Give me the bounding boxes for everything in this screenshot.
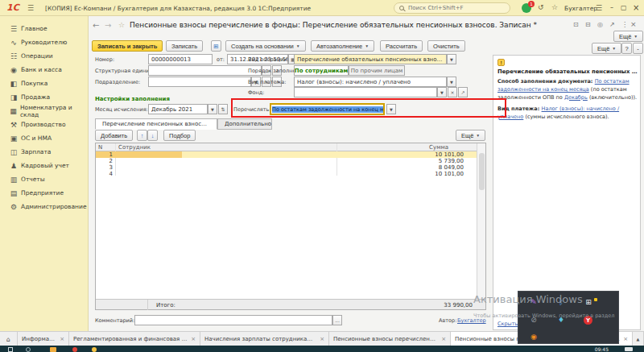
y-browser-icon[interactable]: Y bbox=[584, 316, 592, 325]
update-notification-icon[interactable]: 1 bbox=[522, 3, 531, 13]
browser-icon[interactable] bbox=[72, 347, 77, 352]
pick-button[interactable]: Подбор bbox=[163, 130, 196, 141]
app-icon[interactable] bbox=[92, 347, 97, 352]
sidebar-item-main[interactable]: ☰Главное bbox=[0, 22, 89, 35]
bottom-tab-salary-accruals[interactable]: Начисления зарплаты сотрудникам организа… bbox=[200, 332, 329, 346]
sidebar-item-administration[interactable]: ⚙Администрирование bbox=[0, 200, 89, 213]
payment-dropdown-icon[interactable]: ▼ bbox=[447, 77, 456, 87]
operation-dropdown-icon[interactable]: ▼ bbox=[447, 54, 456, 64]
table-row[interactable]: 3 8 049,00 bbox=[96, 164, 477, 171]
number-field[interactable]: 00000000013 bbox=[148, 54, 213, 64]
more-dots-icon[interactable]: ⋮ bbox=[621, 21, 628, 28]
close-tab-icon[interactable]: × bbox=[623, 336, 628, 342]
home-tab[interactable]: ⌂ bbox=[0, 332, 18, 346]
sidebar-item-reports[interactable]: ▥Отчеты bbox=[0, 172, 89, 186]
table-row[interactable]: 4 10 101,00 bbox=[96, 171, 477, 177]
start-button-icon[interactable] bbox=[8, 347, 13, 352]
fill-order-by-employees-toggle[interactable]: По сотрудникам bbox=[294, 65, 349, 76]
move-down-button[interactable]: ↓ bbox=[147, 130, 158, 141]
current-user[interactable]: Бухгалтер bbox=[564, 5, 597, 12]
clear-button[interactable]: Очистить bbox=[427, 40, 465, 52]
sidebar-item-fixed-assets[interactable]: ▣ОС и НМА bbox=[0, 131, 89, 145]
department-field[interactable] bbox=[148, 77, 251, 87]
bottom-tab-regulated-reports[interactable]: Регламентированная и финансовая отчетнос… bbox=[69, 332, 200, 346]
fund-clear-icon[interactable]: × bbox=[448, 87, 457, 97]
print-icon[interactable]: ⊟ bbox=[585, 21, 591, 28]
main-menu-icon[interactable]: ☰ bbox=[27, 4, 34, 12]
pin-icon[interactable]: ♦ bbox=[552, 313, 570, 327]
close-window-button[interactable]: × bbox=[633, 3, 639, 12]
fund-dropdown-icon[interactable]: ▼ bbox=[437, 87, 447, 97]
global-search[interactable] bbox=[394, 2, 510, 14]
sidebar-item-sales[interactable]: ◨Продажа bbox=[0, 90, 89, 104]
preview-icon[interactable]: ◎ bbox=[597, 21, 603, 28]
author-link[interactable]: Бухгалтер bbox=[457, 317, 486, 324]
touch-keyboard-icon[interactable] bbox=[625, 347, 633, 351]
structural-unit-field[interactable] bbox=[148, 65, 262, 76]
minimize-button[interactable]: – bbox=[610, 4, 613, 11]
sidebar-item-manager[interactable]: ∿Руководителю bbox=[0, 35, 89, 49]
table-scrollbar[interactable] bbox=[477, 143, 485, 309]
network-icon[interactable]: ⊞ bbox=[580, 295, 597, 309]
add-row-button[interactable]: Добавить bbox=[95, 130, 133, 141]
sidebar-item-salary[interactable]: ◫Зарплата bbox=[0, 145, 89, 159]
move-up-button[interactable]: ↑ bbox=[137, 130, 147, 141]
table-row[interactable]: 2 5 739,00 bbox=[96, 158, 477, 164]
col-header-employee[interactable]: Сотрудник bbox=[118, 144, 151, 151]
taskbar-clock[interactable]: 09:45 bbox=[595, 346, 609, 352]
help-question-button[interactable]: ? bbox=[621, 43, 632, 54]
comment-input[interactable] bbox=[134, 315, 332, 325]
scrollbar-thumb[interactable] bbox=[479, 153, 485, 190]
bluetooth-icon[interactable]: ᛒ bbox=[552, 295, 570, 309]
form-more-button[interactable]: Ещё▼ bbox=[613, 31, 643, 42]
close-tab-icon[interactable]: × bbox=[320, 336, 324, 342]
taskbar-search-icon[interactable] bbox=[26, 347, 31, 352]
get-link-icon[interactable]: ↗ bbox=[609, 21, 615, 28]
bottom-tab-pension-list[interactable]: Пенсионные взносы перечисления в фонды× bbox=[329, 332, 451, 346]
nav-forward-icon[interactable]: → bbox=[105, 21, 111, 30]
doc-star-icon[interactable]: ☆ bbox=[118, 21, 125, 29]
autofill-button[interactable]: Автозаполнение▼ bbox=[311, 40, 374, 52]
calculate-button[interactable]: Рассчитать bbox=[380, 40, 423, 52]
table-row[interactable]: 1 10 101,00 bbox=[96, 151, 477, 158]
help-collapse-button[interactable]: - bbox=[633, 43, 643, 54]
payment-kind-field[interactable]: Налог (взносы): начислено / уплачено bbox=[294, 77, 447, 87]
search-input[interactable] bbox=[408, 5, 497, 11]
tabbar-scroll-up-button[interactable]: ▲ bbox=[633, 332, 644, 346]
sidebar-item-production[interactable]: ⚒Производство bbox=[0, 118, 89, 131]
tab-pension-transfers[interactable]: Перечисление пенсионных взносов (4) bbox=[95, 118, 217, 130]
sidebar-item-operations[interactable]: ☷Операции bbox=[0, 49, 89, 63]
calc-month-field[interactable]: Декабрь 2021 bbox=[148, 104, 208, 114]
fund-field[interactable] bbox=[294, 87, 437, 97]
month-spinner[interactable]: ⇅ bbox=[218, 104, 228, 114]
sidebar-item-inventory[interactable]: ▦Номенклатура и склад bbox=[0, 104, 89, 118]
maximize-button[interactable]: ▢ bbox=[621, 4, 627, 11]
sidebar-item-purchase[interactable]: ◧Покупка bbox=[0, 77, 89, 90]
fill-order-by-others-toggle[interactable]: По прочим лицам bbox=[349, 65, 405, 76]
tab-additional[interactable]: Дополнительно bbox=[217, 118, 272, 130]
save-and-close-button[interactable]: Записать и закрыть bbox=[92, 40, 163, 52]
save-icon[interactable]: ⊡ bbox=[573, 21, 579, 28]
pen-icon[interactable]: ✎ bbox=[525, 295, 543, 309]
operation-kind-field[interactable]: Перечисление обязательных пенсионных взн… bbox=[294, 54, 447, 64]
col-header-n[interactable]: N bbox=[98, 144, 102, 151]
create-based-on-button[interactable]: Создать на основании▼ bbox=[225, 40, 306, 52]
save-button[interactable]: Записать bbox=[166, 40, 203, 52]
favorites-star-icon[interactable]: ☆ bbox=[551, 3, 558, 11]
month-link[interactable]: Декабрь bbox=[564, 94, 588, 101]
mic-muted-icon[interactable]: ⊘ bbox=[525, 313, 543, 327]
user-menu-icon[interactable]: ☰ bbox=[596, 4, 602, 12]
sidebar-item-bank-cash[interactable]: ◉Банк и касса bbox=[0, 63, 89, 77]
fund-open-icon[interactable]: ↗ bbox=[458, 87, 468, 97]
help-more-button[interactable]: Ещё▼ bbox=[592, 43, 621, 54]
bottom-tab-info[interactable]: Информация× bbox=[18, 332, 69, 346]
close-tab-icon[interactable]: × bbox=[441, 336, 446, 342]
table-more-button[interactable]: Ещё▼ bbox=[456, 130, 485, 141]
close-tab-icon[interactable]: × bbox=[191, 336, 196, 342]
history-icon[interactable]: ↺ bbox=[538, 3, 544, 11]
sidebar-item-enterprise[interactable]: ▤Предприятие bbox=[0, 186, 89, 200]
folder-icon[interactable] bbox=[50, 347, 56, 352]
comment-expand-button[interactable]: ... bbox=[332, 315, 342, 325]
col-header-sum[interactable]: Сумма bbox=[429, 144, 448, 151]
close-document-icon[interactable]: × bbox=[630, 20, 637, 28]
